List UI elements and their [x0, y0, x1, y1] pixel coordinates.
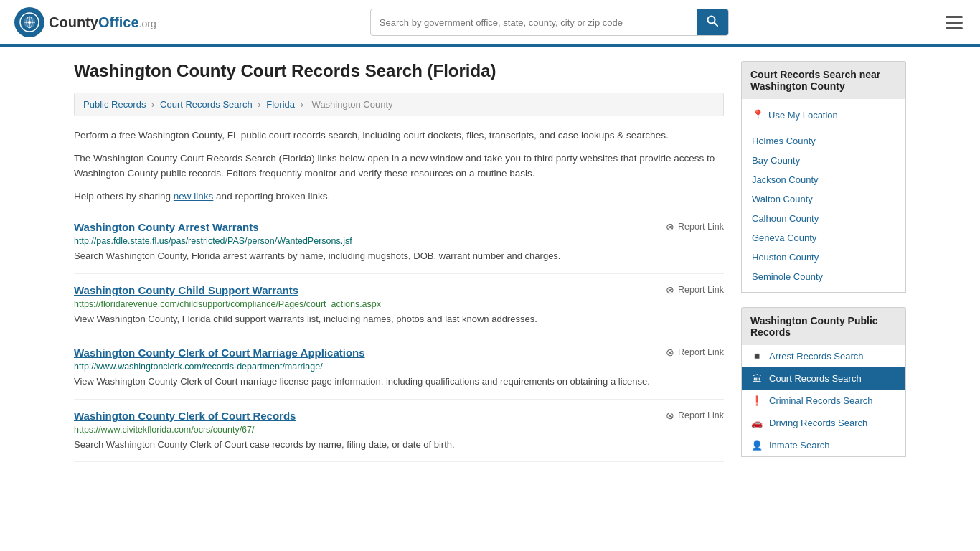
- record-description: Search Washington County, Florida arrest…: [74, 249, 724, 263]
- report-icon: ⊗: [666, 410, 674, 421]
- record-item: Washington County Arrest Warrants ⊗ Repo…: [74, 211, 724, 274]
- record-url-link[interactable]: http://pas.fdle.state.fl.us/pas/restrict…: [74, 236, 352, 246]
- record-type-icon: 🚗: [750, 418, 763, 428]
- search-input[interactable]: [371, 11, 697, 34]
- sidebar-nearby-section: Court Records Search near Washington Cou…: [741, 61, 906, 293]
- records-list: Washington County Arrest Warrants ⊗ Repo…: [74, 211, 724, 462]
- nearby-county-link[interactable]: Seminole County: [742, 267, 905, 286]
- record-title-link[interactable]: Washington County Child Support Warrants: [74, 284, 298, 296]
- main-content: Washington County Court Records Search (…: [74, 61, 724, 471]
- public-record-link[interactable]: 👤 Inmate Search: [742, 434, 905, 456]
- report-link[interactable]: ⊗ Report Link: [666, 284, 724, 296]
- record-url: http://www.washingtonclerk.com/records-d…: [74, 362, 724, 372]
- svg-line-6: [714, 23, 717, 27]
- breadcrumb-court-records[interactable]: Court Records Search: [160, 99, 253, 110]
- logo-text: CountyOffice.org: [49, 14, 156, 31]
- record-type-icon: 👤: [750, 440, 763, 451]
- record-type-label: Criminal Records Search: [769, 395, 873, 406]
- breadcrumb-sep-2: ›: [258, 99, 260, 110]
- menu-button[interactable]: [943, 13, 966, 32]
- record-url: https://floridarevenue.com/childsupport/…: [74, 299, 724, 309]
- record-url-link[interactable]: http://www.washingtonclerk.com/records-d…: [74, 362, 323, 372]
- sidebar-nearby-body: 📍 Use My Location Holmes CountyBay Count…: [741, 99, 906, 293]
- record-item-header: Washington County Clerk of Court Records…: [74, 410, 724, 422]
- record-description: Search Washington County Clerk of Court …: [74, 438, 724, 452]
- description-para1: Perform a free Washington County, FL pub…: [74, 128, 724, 143]
- pin-icon: 📍: [752, 109, 764, 121]
- record-url-link[interactable]: https://www.civitekflorida.com/ocrs/coun…: [74, 425, 254, 435]
- record-title: Washington County Arrest Warrants: [74, 221, 259, 233]
- public-record-link[interactable]: ◾ Arrest Records Search: [742, 345, 905, 367]
- page-title: Washington County Court Records Search (…: [74, 61, 724, 81]
- search-button[interactable]: [697, 9, 728, 35]
- svg-point-4: [28, 21, 31, 24]
- record-url: http://pas.fdle.state.fl.us/pas/restrict…: [74, 236, 724, 246]
- record-type-label: Arrest Records Search: [769, 351, 864, 362]
- record-title: Washington County Clerk of Court Marriag…: [74, 347, 365, 359]
- report-link-label: Report Link: [678, 347, 724, 357]
- report-icon: ⊗: [666, 347, 674, 358]
- record-title-link[interactable]: Washington County Arrest Warrants: [74, 221, 259, 233]
- record-title: Washington County Clerk of Court Records: [74, 410, 296, 422]
- report-icon: ⊗: [666, 221, 674, 232]
- new-links-link[interactable]: new links: [174, 191, 214, 202]
- record-item: Washington County Child Support Warrants…: [74, 274, 724, 337]
- nearby-county-link[interactable]: Walton County: [742, 189, 905, 209]
- description-para3-prefix: Help others by sharing: [74, 191, 174, 202]
- sidebar-public-records-section: Washington County Public Records ◾ Arres…: [741, 307, 906, 457]
- record-type-icon: ❗: [750, 395, 763, 406]
- breadcrumb-sep-1: ›: [151, 99, 154, 110]
- nearby-counties-list: Holmes CountyBay CountyJackson CountyWal…: [742, 131, 905, 286]
- report-link[interactable]: ⊗ Report Link: [666, 410, 724, 421]
- record-item: Washington County Clerk of Court Records…: [74, 400, 724, 463]
- record-type-icon: 🏛: [750, 373, 763, 384]
- nearby-county-link[interactable]: Calhoun County: [742, 209, 905, 228]
- breadcrumb-current: Washington County: [312, 99, 393, 110]
- public-records-list: ◾ Arrest Records Search 🏛 Court Records …: [742, 345, 905, 456]
- sidebar-public-records-title: Washington County Public Records: [741, 307, 906, 345]
- record-title-link[interactable]: Washington County Clerk of Court Marriag…: [74, 347, 365, 359]
- record-type-label: Driving Records Search: [769, 418, 867, 428]
- record-type-icon: ◾: [750, 351, 763, 362]
- record-url-link[interactable]: https://floridarevenue.com/childsupport/…: [74, 299, 381, 309]
- report-link[interactable]: ⊗ Report Link: [666, 221, 724, 232]
- report-link-label: Report Link: [678, 222, 724, 232]
- report-link[interactable]: ⊗ Report Link: [666, 347, 724, 358]
- sidebar-public-records-body: ◾ Arrest Records Search 🏛 Court Records …: [741, 345, 906, 457]
- sidebar-divider: [742, 128, 905, 128]
- public-record-link[interactable]: ❗ Criminal Records Search: [742, 390, 905, 412]
- search-bar: [370, 9, 729, 36]
- record-item-header: Washington County Clerk of Court Marriag…: [74, 347, 724, 359]
- report-link-label: Report Link: [678, 410, 724, 420]
- nearby-county-link[interactable]: Bay County: [742, 151, 905, 170]
- description-para3: Help others by sharing new links and rep…: [74, 189, 724, 204]
- breadcrumb-sep-3: ›: [301, 99, 303, 110]
- record-item-header: Washington County Arrest Warrants ⊗ Repo…: [74, 221, 724, 233]
- breadcrumb: Public Records › Court Records Search › …: [74, 93, 724, 116]
- use-my-location-label: Use My Location: [768, 110, 838, 121]
- sidebar-nearby-title: Court Records Search near Washington Cou…: [741, 61, 906, 99]
- breadcrumb-florida[interactable]: Florida: [266, 99, 295, 110]
- main-container: Washington County Court Records Search (…: [60, 47, 920, 486]
- record-item-header: Washington County Child Support Warrants…: [74, 284, 724, 296]
- record-title: Washington County Child Support Warrants: [74, 284, 298, 296]
- public-record-link[interactable]: 🚗 Driving Records Search: [742, 412, 905, 434]
- report-icon: ⊗: [666, 284, 674, 296]
- record-title-link[interactable]: Washington County Clerk of Court Records: [74, 410, 296, 422]
- nearby-county-link[interactable]: Geneva County: [742, 228, 905, 248]
- site-header: CountyOffice.org: [0, 0, 980, 47]
- nearby-county-link[interactable]: Holmes County: [742, 131, 905, 151]
- nearby-county-link[interactable]: Jackson County: [742, 170, 905, 189]
- record-type-label: Inmate Search: [769, 440, 830, 451]
- use-my-location-button[interactable]: 📍 Use My Location: [742, 105, 905, 125]
- description-para2: The Washington County Court Records Sear…: [74, 151, 724, 182]
- logo-icon: [14, 7, 44, 37]
- report-link-label: Report Link: [678, 285, 724, 295]
- nearby-county-link[interactable]: Houston County: [742, 248, 905, 267]
- record-type-label: Court Records Search: [769, 373, 862, 384]
- breadcrumb-public-records[interactable]: Public Records: [83, 99, 146, 110]
- sidebar: Court Records Search near Washington Cou…: [741, 61, 906, 471]
- record-description: View Washington County Clerk of Court ma…: [74, 375, 724, 389]
- record-url: https://www.civitekflorida.com/ocrs/coun…: [74, 425, 724, 435]
- public-record-link[interactable]: 🏛 Court Records Search: [742, 367, 905, 390]
